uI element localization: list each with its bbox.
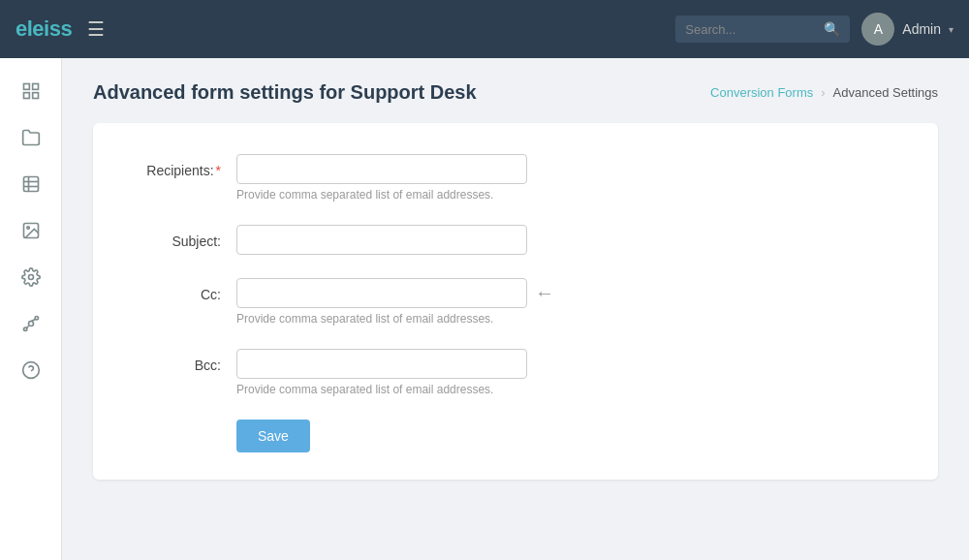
bcc-hint: Provide comma separated list of email ad…: [236, 383, 907, 396]
svg-line-15: [26, 327, 28, 328]
svg-rect-0: [23, 84, 29, 90]
sidebar-item-dashboard[interactable]: [10, 70, 52, 112]
search-input[interactable]: [685, 22, 816, 37]
recipients-label: Recipients:*: [124, 154, 221, 178]
search-icon: 🔍: [824, 21, 840, 37]
user-area[interactable]: A Admin ▾: [861, 13, 953, 46]
chevron-down-icon: ▾: [949, 24, 953, 35]
hamburger-button[interactable]: ☰: [87, 19, 105, 39]
svg-point-11: [28, 322, 33, 327]
form-card: Recipients:* Provide comma separated lis…: [93, 123, 938, 480]
recipients-row: Recipients:*: [124, 154, 907, 184]
recipients-hint: Provide comma separated list of email ad…: [236, 188, 907, 202]
svg-point-10: [28, 275, 33, 280]
breadcrumb-current: Advanced Settings: [833, 85, 938, 100]
sidebar-item-settings[interactable]: [10, 256, 52, 298]
recipients-group: Recipients:* Provide comma separated lis…: [124, 154, 907, 202]
breadcrumb-separator: ›: [821, 85, 825, 100]
subject-label: Subject:: [124, 225, 221, 249]
svg-rect-2: [32, 93, 38, 99]
topbar-left: eleiss ☰: [16, 16, 105, 42]
save-button[interactable]: Save: [236, 420, 310, 452]
bcc-group: Bcc: Provide comma separated list of ema…: [124, 349, 907, 396]
svg-point-12: [35, 317, 38, 320]
cc-input-row: ←: [236, 278, 554, 308]
topbar-right: 🔍 A Admin ▾: [675, 13, 953, 46]
svg-point-13: [23, 327, 26, 330]
sidebar-item-image[interactable]: [10, 209, 52, 252]
subject-input[interactable]: [236, 225, 527, 255]
cc-row: Cc: ←: [124, 278, 907, 308]
cc-input[interactable]: [236, 278, 527, 308]
bcc-input[interactable]: [236, 349, 527, 379]
sidebar-item-table[interactable]: [10, 163, 52, 205]
arrow-icon: ←: [535, 282, 554, 304]
avatar: A: [861, 13, 894, 46]
layout: Advanced form settings for Support Desk …: [0, 58, 969, 560]
cc-hint: Provide comma separated list of email ad…: [236, 312, 907, 326]
topbar: eleiss ☰ 🔍 A Admin ▾: [0, 0, 969, 58]
svg-rect-3: [23, 93, 29, 99]
svg-rect-4: [23, 177, 38, 192]
subject-row: Subject:: [124, 225, 907, 255]
required-star: *: [216, 163, 221, 178]
sidebar-item-help[interactable]: [10, 349, 52, 391]
sidebar: [0, 58, 62, 560]
bcc-label: Bcc:: [124, 349, 221, 373]
sidebar-item-integrations[interactable]: [10, 302, 52, 345]
recipients-input[interactable]: [236, 154, 527, 184]
svg-line-14: [31, 319, 36, 321]
user-name: Admin: [902, 21, 941, 37]
logo: eleiss: [16, 16, 72, 42]
sidebar-item-folder[interactable]: [10, 116, 52, 159]
cc-label: Cc:: [124, 278, 221, 302]
svg-rect-1: [32, 84, 38, 90]
breadcrumb-parent[interactable]: Conversion Forms: [710, 85, 813, 100]
bcc-row: Bcc:: [124, 349, 907, 379]
subject-group: Subject:: [124, 225, 907, 255]
search-box: 🔍: [675, 16, 850, 43]
breadcrumb: Conversion Forms › Advanced Settings: [710, 85, 938, 100]
page-title: Advanced form settings for Support Desk: [93, 81, 477, 104]
main-content: Advanced form settings for Support Desk …: [62, 58, 969, 560]
cc-group: Cc: ← Provide comma separated list of em…: [124, 278, 907, 326]
svg-point-9: [26, 227, 28, 230]
page-header: Advanced form settings for Support Desk …: [93, 81, 938, 104]
